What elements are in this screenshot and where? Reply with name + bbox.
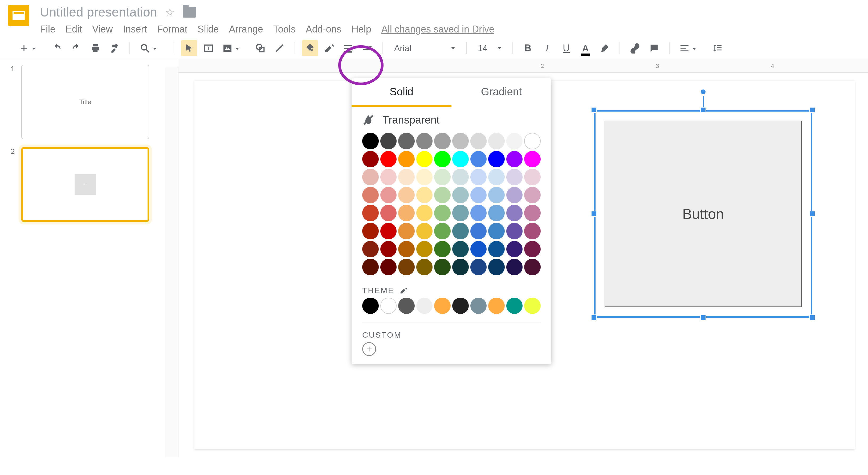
color-swatch[interactable] bbox=[398, 151, 415, 167]
color-swatch[interactable] bbox=[416, 205, 433, 221]
color-swatch[interactable] bbox=[524, 187, 541, 203]
color-swatch[interactable] bbox=[488, 223, 505, 240]
color-swatch[interactable] bbox=[506, 133, 523, 149]
color-swatch[interactable] bbox=[380, 223, 397, 240]
color-swatch[interactable] bbox=[416, 169, 433, 185]
color-swatch[interactable] bbox=[470, 259, 487, 275]
color-swatch[interactable] bbox=[470, 151, 487, 167]
resize-handle[interactable] bbox=[809, 107, 815, 113]
color-swatch[interactable] bbox=[434, 133, 451, 149]
color-swatch[interactable] bbox=[398, 133, 415, 149]
resize-handle[interactable] bbox=[700, 107, 706, 113]
color-swatch[interactable] bbox=[488, 187, 505, 203]
color-swatch[interactable] bbox=[362, 133, 379, 149]
save-status[interactable]: All changes saved in Drive bbox=[381, 24, 494, 35]
menu-slide[interactable]: Slide bbox=[197, 24, 219, 35]
theme-color-swatch[interactable] bbox=[524, 298, 541, 314]
color-swatch[interactable] bbox=[362, 151, 379, 167]
edit-theme-icon[interactable] bbox=[400, 286, 407, 294]
color-swatch[interactable] bbox=[416, 259, 433, 275]
color-swatch[interactable] bbox=[452, 187, 469, 203]
color-swatch[interactable] bbox=[452, 169, 469, 185]
underline-button[interactable]: U bbox=[558, 40, 574, 56]
resize-handle[interactable] bbox=[591, 107, 597, 113]
zoom-button[interactable] bbox=[137, 40, 153, 56]
border-dash-button[interactable] bbox=[360, 40, 376, 56]
menu-edit[interactable]: Edit bbox=[65, 24, 82, 35]
color-swatch[interactable] bbox=[380, 169, 397, 185]
bold-button[interactable]: B bbox=[520, 40, 536, 56]
color-swatch[interactable] bbox=[470, 205, 487, 221]
color-swatch[interactable] bbox=[362, 241, 379, 257]
color-swatch[interactable] bbox=[524, 223, 541, 240]
color-swatch[interactable] bbox=[488, 241, 505, 257]
tab-solid[interactable]: Solid bbox=[351, 78, 452, 107]
insert-link-button[interactable] bbox=[627, 40, 643, 56]
insert-comment-button[interactable] bbox=[646, 40, 662, 56]
color-swatch[interactable] bbox=[506, 259, 523, 275]
color-swatch[interactable] bbox=[470, 223, 487, 240]
color-swatch[interactable] bbox=[416, 223, 433, 240]
image-tool[interactable] bbox=[219, 40, 236, 56]
color-swatch[interactable] bbox=[506, 241, 523, 257]
slide-thumbnail-2[interactable]: — bbox=[21, 147, 149, 222]
resize-handle[interactable] bbox=[591, 314, 597, 321]
move-folder-icon[interactable] bbox=[183, 7, 196, 18]
color-swatch[interactable] bbox=[506, 223, 523, 240]
color-swatch[interactable] bbox=[398, 205, 415, 221]
rotate-handle[interactable] bbox=[700, 89, 706, 95]
color-swatch[interactable] bbox=[488, 151, 505, 167]
color-swatch[interactable] bbox=[398, 241, 415, 257]
color-swatch[interactable] bbox=[416, 133, 433, 149]
color-swatch[interactable] bbox=[470, 169, 487, 185]
color-swatch[interactable] bbox=[416, 151, 433, 167]
color-swatch[interactable] bbox=[434, 223, 451, 240]
italic-button[interactable]: I bbox=[539, 40, 555, 56]
color-swatch[interactable] bbox=[452, 205, 469, 221]
textbox-tool[interactable]: T bbox=[200, 40, 216, 56]
color-swatch[interactable] bbox=[506, 187, 523, 203]
undo-button[interactable] bbox=[49, 40, 65, 56]
color-swatch[interactable] bbox=[524, 151, 541, 167]
print-button[interactable] bbox=[87, 40, 103, 56]
color-swatch[interactable] bbox=[488, 169, 505, 185]
selected-shape[interactable]: Button bbox=[594, 110, 812, 318]
color-swatch[interactable] bbox=[380, 205, 397, 221]
select-tool[interactable] bbox=[181, 40, 197, 56]
menu-insert[interactable]: Insert bbox=[123, 24, 147, 35]
color-swatch[interactable] bbox=[398, 169, 415, 185]
new-slide-button[interactable] bbox=[16, 40, 32, 56]
color-swatch[interactable] bbox=[452, 241, 469, 257]
color-swatch[interactable] bbox=[380, 241, 397, 257]
theme-color-swatch[interactable] bbox=[506, 298, 523, 314]
menu-file[interactable]: File bbox=[40, 24, 55, 35]
color-swatch[interactable] bbox=[416, 241, 433, 257]
add-custom-color-button[interactable]: + bbox=[362, 342, 376, 356]
color-swatch[interactable] bbox=[398, 223, 415, 240]
theme-color-swatch[interactable] bbox=[416, 298, 433, 314]
theme-color-swatch[interactable] bbox=[362, 298, 379, 314]
color-swatch[interactable] bbox=[380, 259, 397, 275]
color-swatch[interactable] bbox=[524, 169, 541, 185]
color-swatch[interactable] bbox=[434, 205, 451, 221]
theme-color-swatch[interactable] bbox=[380, 298, 397, 314]
color-swatch[interactable] bbox=[362, 169, 379, 185]
color-swatch[interactable] bbox=[452, 259, 469, 275]
shape-tool[interactable] bbox=[252, 40, 269, 56]
color-swatch[interactable] bbox=[362, 223, 379, 240]
theme-color-swatch[interactable] bbox=[434, 298, 451, 314]
font-select[interactable]: Arial bbox=[390, 41, 459, 55]
color-swatch[interactable] bbox=[362, 205, 379, 221]
text-color-button[interactable]: A bbox=[578, 40, 593, 56]
color-swatch[interactable] bbox=[452, 223, 469, 240]
color-swatch[interactable] bbox=[362, 187, 379, 203]
transparent-option[interactable]: Transparent bbox=[351, 107, 551, 133]
document-title[interactable]: Untitled presentation bbox=[40, 5, 157, 20]
redo-button[interactable] bbox=[68, 40, 84, 56]
menu-help[interactable]: Help bbox=[351, 24, 371, 35]
color-swatch[interactable] bbox=[434, 169, 451, 185]
color-swatch[interactable] bbox=[524, 241, 541, 257]
color-swatch[interactable] bbox=[488, 205, 505, 221]
menu-view[interactable]: View bbox=[92, 24, 113, 35]
paint-format-button[interactable] bbox=[106, 40, 123, 56]
